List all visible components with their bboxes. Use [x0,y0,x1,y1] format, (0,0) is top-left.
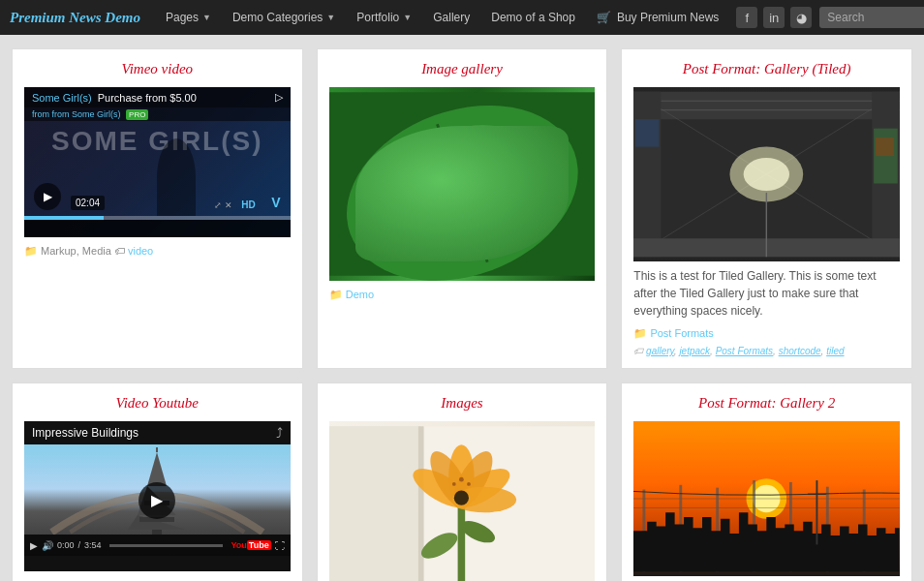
folder-icon: 📁 [24,245,38,257]
youtube-controls: ▶ 🔊 0:00 / 3:54 YouTube ⛶ [24,535,291,556]
svg-point-12 [485,187,494,199]
nav-buy[interactable]: 🛒 Buy Premium News [587,5,728,30]
svg-rect-30 [635,119,660,146]
site-brand[interactable]: Premium News Demo [10,10,140,26]
svg-point-25 [744,158,789,191]
yt-time-total: 3:54 [84,540,102,550]
svg-point-7 [398,155,407,168]
youtube-video-title: Impressive Buildings [32,426,139,440]
content-grid: Vimeo video Some Girl(s) Purchase from $… [0,35,924,581]
facebook-icon[interactable]: f [736,7,757,28]
card-images: Images [317,382,608,581]
youtube-card-title: Video Youtube [24,395,291,412]
youtube-logo: YouTube [231,540,270,550]
yt-volume-icon[interactable]: 🔊 [42,540,53,551]
svg-point-55 [467,482,471,486]
svg-point-54 [459,477,464,482]
nav-portfolio[interactable]: Portfolio ▼ [347,5,421,30]
vimeo-hd-label: HD [241,199,255,210]
svg-point-53 [453,491,468,505]
vimeo-bottom-bar [24,220,291,237]
gallery-tiled-thumbnail[interactable] [633,87,900,261]
svg-line-5 [425,175,494,194]
vimeo-price: Purchase from $5.00 [98,92,197,104]
search-input[interactable] [819,7,924,28]
yt-time-sep: / [78,540,81,550]
image-gallery-title: Image gallery [329,61,596,77]
svg-rect-26 [633,92,661,257]
vimeo-duration: 02:04 [71,196,105,210]
svg-point-11 [417,197,425,207]
svg-point-13 [527,178,535,189]
vimeo-play-button[interactable]: ▶ [34,183,61,210]
nav-pages[interactable]: Pages ▼ [156,5,221,30]
vimeo-thumbnail[interactable]: Some Girl(s) Purchase from $5.00 ▷ from … [24,87,291,237]
vimeo-from: from from Some Girl(s) PRO [24,107,291,121]
svg-point-14 [460,205,506,251]
gallery-tiled-tags: 🏷 gallery, jetpack, Post Formats, shortc… [633,346,900,356]
vimeo-pro-badge: PRO [126,109,148,120]
nav-social: f in ◕ [736,7,812,28]
gallery-tiled-description: This is a test for Tiled Gallery. This i… [633,267,900,320]
svg-rect-29 [876,138,894,156]
nav-shop[interactable]: Demo of a Shop [481,5,585,30]
youtube-image-area[interactable]: ▶ ▶ 🔊 0:00 / 3:54 YouTube ⛶ [24,444,291,556]
svg-line-3 [437,124,487,261]
tag-shortcode[interactable]: shortcode [779,346,821,356]
navbar: Premium News Demo Pages ▼ Demo Categorie… [0,0,924,35]
tag-jetpack[interactable]: jetpack [679,346,710,356]
card-gallery-tiled: Post Format: Gallery (Tiled) [621,48,912,369]
yt-time-current: 0:00 [57,540,75,550]
vimeo-play-icon: ▷ [275,91,283,104]
flower-svg [329,421,596,581]
youtube-play-button[interactable]: ▶ [139,482,175,519]
yt-fullscreen-icon[interactable]: ⛶ [275,540,285,551]
nav-gallery[interactable]: Gallery [423,5,479,30]
chevron-down-icon: ▼ [326,13,335,22]
cart-icon: 🛒 [597,11,611,24]
svg-line-6 [435,211,490,220]
gallery-tiled-meta: 📁 Post Formats [633,327,900,340]
card-vimeo-video: Vimeo video Some Girl(s) Purchase from $… [12,48,303,369]
svg-line-4 [430,147,485,166]
nav-items: Pages ▼ Demo Categories ▼ Portfolio ▼ Ga… [156,5,728,30]
leaf-svg [329,87,596,281]
image-gallery-category[interactable]: Demo [346,289,374,300]
folder-icon: 📁 [329,289,343,300]
tag-tiled[interactable]: tiled [826,346,844,356]
share-icon[interactable]: ⤴ [276,425,283,441]
card-youtube-video: Video Youtube Impressive Buildings ⤴ [12,382,303,581]
vimeo-categories: Markup, Media [41,245,114,257]
vimeo-logo-icon: V [271,195,280,210]
gallery-tiled-category[interactable]: Post Formats [650,327,713,339]
youtube-title-bar: Impressive Buildings ⤴ [24,421,291,444]
folder-icon: 📁 [633,327,647,339]
gallery-2-title: Post Format: Gallery 2 [633,395,900,412]
svg-rect-44 [457,500,465,581]
rss-icon[interactable]: ◕ [790,7,812,28]
svg-point-15 [474,219,492,237]
linkedin-icon[interactable]: in [763,7,785,28]
yt-progress-bar[interactable] [109,544,224,547]
images-card-title: Images [329,395,596,412]
card-gallery-2: Post Format: Gallery 2 [621,382,912,581]
vimeo-top-bar: Some Girl(s) Purchase from $5.00 ▷ [24,87,291,107]
tag-post-formats[interactable]: Post Formats [716,346,773,356]
yt-play-ctrl[interactable]: ▶ [30,540,38,551]
vimeo-tag-video[interactable]: video [128,245,153,257]
vimeo-video-title: Some Girl(s) [32,92,92,104]
vimeo-card-title: Vimeo video [24,61,291,77]
vimeo-expand-icon: ⤢ ✕ [214,200,232,210]
city-sunset-svg [633,421,900,576]
image-gallery-thumbnail[interactable] [329,87,596,281]
chevron-down-icon: ▼ [403,13,412,22]
tag-icon: 🏷 [114,245,125,257]
svg-point-56 [452,482,456,486]
tag-gallery[interactable]: gallery [646,346,674,356]
vimeo-channel: from Some Girl(s) [52,109,121,119]
svg-point-10 [508,146,516,157]
svg-marker-33 [147,452,167,486]
city-sunset-thumbnail[interactable] [633,421,900,576]
nav-demo-categories[interactable]: Demo Categories ▼ [223,5,345,30]
flower-thumbnail[interactable] [329,421,596,581]
